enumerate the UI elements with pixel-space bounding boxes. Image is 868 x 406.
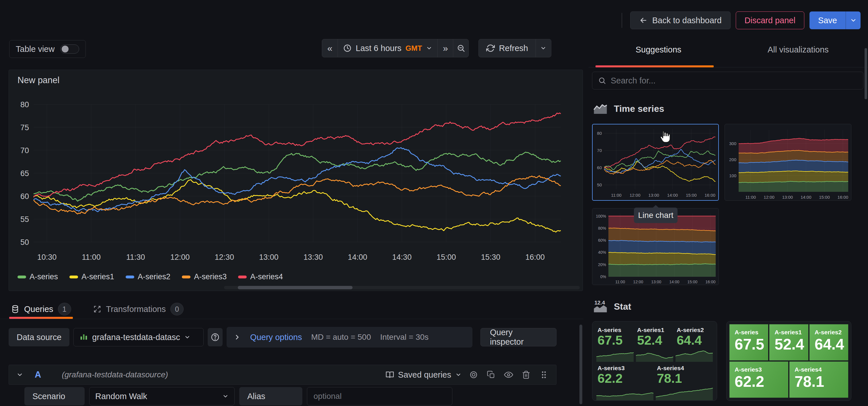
svg-text:16:00: 16:00 (705, 280, 715, 284)
legend-swatch (69, 276, 78, 278)
legend-item[interactable]: A-series1 (69, 272, 114, 281)
chevron-down-icon (184, 334, 190, 340)
scenario-select[interactable]: Random Walk (89, 387, 235, 405)
save-options-caret[interactable] (846, 11, 861, 29)
queries-scrollbar[interactable] (580, 324, 582, 404)
svg-text:0%: 0% (600, 274, 606, 279)
svg-text:200: 200 (729, 157, 736, 162)
time-shift-back-button[interactable]: « (322, 39, 338, 57)
svg-text:13:30: 13:30 (304, 253, 323, 261)
suggestion-stat-colored[interactable]: A-series67.5A-series152.4A-series264.4A-… (726, 321, 851, 401)
horizontal-scrollbar-thumb[interactable] (238, 286, 352, 289)
stat-section-header: 12.4 Stat (593, 299, 631, 314)
svg-text:14:00: 14:00 (667, 193, 678, 197)
svg-text:16:00: 16:00 (525, 253, 545, 261)
svg-text:11:00: 11:00 (615, 280, 625, 284)
suggestion-line-chart[interactable]: 8070605011:0012:0013:0014:0015:0016:00 (592, 124, 719, 201)
query-editor-row: Scenario Random Walk Alias (24, 387, 452, 405)
search-input[interactable] (611, 76, 858, 86)
svg-text:14:00: 14:00 (801, 195, 811, 199)
queries-count-badge: 1 (58, 303, 71, 315)
target-icon[interactable] (469, 370, 478, 379)
svg-text:12.4: 12.4 (594, 300, 605, 306)
stat-tile-value: 67.5 (735, 336, 768, 353)
svg-text:300: 300 (729, 141, 736, 146)
topbar-actions: Back to dashboard Discard panel Save (622, 11, 861, 29)
tab-queries[interactable]: Queries 1 (9, 299, 73, 319)
svg-text:16:00: 16:00 (838, 195, 848, 199)
legend-item[interactable]: A-series (18, 272, 58, 281)
stat-tile-value: 52.4 (774, 336, 808, 353)
stat-value: 78.1 (657, 372, 713, 385)
zoom-out-button[interactable] (453, 39, 468, 57)
legend-label: A-series4 (250, 272, 283, 281)
refresh-label: Refresh (499, 43, 528, 53)
svg-text:15:00: 15:00 (437, 253, 456, 261)
discard-panel-label: Discard panel (745, 16, 796, 25)
svg-text:13:00: 13:00 (259, 253, 279, 261)
suggestion-stacked-area[interactable]: 30020010011:0012:0013:0014:0015:0016:00 (724, 124, 851, 201)
svg-text:11:00: 11:00 (82, 253, 101, 261)
alias-input[interactable] (307, 387, 452, 405)
save-button[interactable]: Save (809, 11, 846, 29)
legend-item[interactable]: A-series2 (126, 272, 170, 281)
stat-sparkline (596, 385, 653, 400)
chevron-down-icon (426, 45, 432, 51)
legend-item[interactable]: A-series3 (182, 272, 227, 281)
svg-text:75: 75 (20, 123, 29, 132)
stat-mini-panel: A-series67.5 (596, 325, 633, 362)
svg-text:40%: 40% (598, 250, 606, 255)
back-to-dashboard-label: Back to dashboard (652, 16, 722, 25)
visualization-sidebar: Suggestions All visualizations Time seri… (589, 32, 868, 406)
tab-transformations[interactable]: Transformations 0 (91, 299, 185, 319)
scenario-value: Random Walk (95, 392, 147, 401)
back-to-dashboard-button[interactable]: Back to dashboard (630, 11, 731, 29)
preview-stacked-chart: 30020010011:0012:0013:0014:0015:0016:00 (725, 124, 851, 200)
legend-label: A-series2 (138, 272, 170, 281)
table-view-toggle[interactable] (60, 44, 79, 54)
suggestion-stat-sparkline[interactable]: A-series67.5A-series152.4A-series264.4A-… (592, 321, 717, 401)
saved-queries-button[interactable]: Saved queries (385, 370, 462, 380)
svg-text:12:00: 12:00 (170, 253, 190, 261)
angle-right-icon[interactable] (234, 334, 241, 341)
stat-value: 52.4 (637, 334, 673, 347)
svg-text:60: 60 (597, 165, 602, 170)
time-shift-forward-button[interactable]: » (437, 39, 453, 57)
page-scrollbar[interactable] (865, 48, 867, 99)
stat-tile-grid: A-series67.5A-series152.4A-series264.4A-… (726, 321, 851, 401)
svg-text:13:00: 13:00 (648, 193, 659, 197)
discard-panel-button[interactable]: Discard panel (736, 11, 804, 29)
horizontal-scrollbar (224, 286, 580, 289)
datasource-select[interactable]: grafana-testdata-datasc (73, 328, 204, 346)
svg-text:15:30: 15:30 (481, 253, 500, 261)
query-ref-id[interactable]: A (35, 370, 41, 380)
refresh-button[interactable]: Refresh (479, 39, 535, 57)
refresh-interval-caret[interactable] (535, 39, 551, 57)
eye-icon[interactable] (504, 370, 513, 379)
svg-text:11:00: 11:00 (611, 193, 621, 197)
trash-icon[interactable] (522, 370, 530, 379)
datasource-help-button[interactable] (208, 328, 223, 346)
stat-value: 64.4 (677, 334, 713, 347)
editor-tabs: Queries 1 Transformations 0 (9, 299, 185, 319)
table-view-label: Table view (16, 44, 55, 54)
tab-suggestions[interactable]: Suggestions (589, 32, 728, 67)
svg-text:15:00: 15:00 (819, 195, 830, 199)
tab-all-visualizations[interactable]: All visualizations (728, 32, 868, 67)
svg-text:10:30: 10:30 (37, 253, 57, 261)
stat-value: 62.2 (597, 372, 653, 385)
svg-text:15:00: 15:00 (686, 193, 697, 197)
stat-mini-panel: A-series264.4 (676, 325, 713, 362)
query-inspector-button[interactable]: Query inspector (480, 328, 557, 346)
query-options-link[interactable]: Query options (250, 333, 302, 342)
stat-label: A-series2 (677, 326, 713, 334)
chevron-down-icon[interactable] (17, 371, 23, 378)
legend-label: A-series (30, 272, 58, 281)
time-range-picker[interactable]: Last 6 hours GMT (338, 39, 437, 57)
drag-handle-icon[interactable] (539, 370, 549, 380)
stat-mini-panel: A-series152.4 (636, 325, 673, 362)
sidebar-tabs: Suggestions All visualizations (589, 32, 868, 67)
legend-label: A-series1 (82, 272, 114, 281)
copy-icon[interactable] (487, 370, 495, 379)
legend-item[interactable]: A-series4 (238, 272, 283, 281)
